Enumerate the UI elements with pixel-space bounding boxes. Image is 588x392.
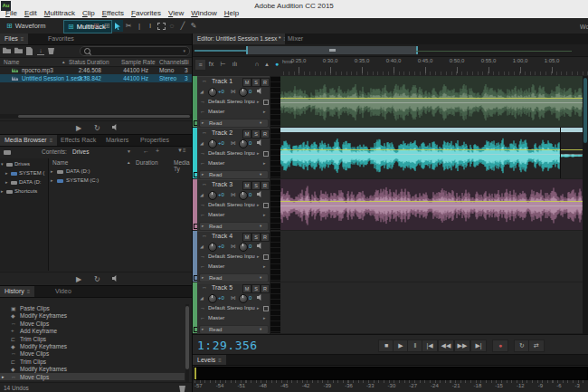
- column-header-name[interactable]: Name: [4, 59, 19, 65]
- io-icon[interactable]: [263, 254, 269, 260]
- track-input[interactable]: Default Stereo Input: [208, 150, 255, 156]
- history-item[interactable]: ↔Move Clips: [0, 349, 185, 357]
- razor-tool[interactable]: ✂: [123, 20, 134, 32]
- skip-to-start-button[interactable]: |◀: [422, 339, 438, 352]
- automation-mode-select[interactable]: ▸Read▾: [199, 273, 269, 282]
- record-arm-button[interactable]: R: [261, 233, 270, 242]
- expander-icon[interactable]: ▸: [1, 188, 4, 194]
- chevron-right-icon[interactable]: ▸: [263, 160, 266, 166]
- tab-media-browser[interactable]: Media Browser≡: [0, 135, 57, 146]
- add-shortcut-icon[interactable]: +: [156, 148, 159, 154]
- lasso-tool[interactable]: ◌: [166, 20, 177, 32]
- monitor-icon[interactable]: [257, 88, 263, 94]
- tree-item[interactable]: ▸Shortcuts: [0, 187, 48, 196]
- chevron-right-icon[interactable]: ▸: [257, 253, 260, 259]
- new-file-icon[interactable]: [26, 47, 33, 55]
- ibeam-tool[interactable]: I: [145, 20, 156, 32]
- timeline-ruler[interactable]: 0:25,00:30,00:35,00:40,00:45,00:50,00:55…: [193, 56, 588, 76]
- volume-envelope-line[interactable]: [280, 201, 583, 202]
- panel-menu-icon[interactable]: ≡: [218, 358, 222, 363]
- chevron-down-icon[interactable]: ▾: [260, 172, 261, 177]
- track-name[interactable]: Track 3: [212, 181, 232, 187]
- solo-button[interactable]: S: [251, 233, 261, 242]
- import-icon[interactable]: ↓: [37, 47, 44, 55]
- table-row[interactable]: Untitled Session 1.sesx *3:38.84244100 H…: [0, 74, 192, 82]
- open-file-icon[interactable]: [3, 47, 11, 53]
- contents-dropdown[interactable]: Drives: [72, 148, 89, 155]
- tab-editor-session[interactable]: Editor: Untitled Session 1.sesx *≡: [193, 33, 285, 44]
- back-icon[interactable]: ←: [143, 148, 149, 154]
- pan-envelope-line[interactable]: [280, 206, 583, 206]
- track-lane[interactable]: [280, 282, 583, 333]
- volume-knob[interactable]: [208, 294, 217, 303]
- nav-range-slider[interactable]: [246, 46, 418, 54]
- slip-tool[interactable]: ╱: [177, 20, 188, 32]
- list-item[interactable]: ▸DATA (D:): [49, 167, 192, 177]
- track-lane[interactable]: [280, 76, 583, 127]
- chevron-right-icon[interactable]: ▸: [263, 109, 266, 114]
- tab-properties[interactable]: Properties: [136, 135, 174, 146]
- record-arm-button[interactable]: R: [261, 181, 270, 190]
- menu-help[interactable]: Help: [221, 9, 242, 18]
- track-input[interactable]: Default Stereo Input: [208, 253, 255, 259]
- chevron-down-icon[interactable]: ▾: [260, 224, 261, 228]
- panel-menu-icon[interactable]: ≡: [27, 289, 31, 294]
- chevron-right-icon[interactable]: ▸: [263, 315, 266, 320]
- time-display[interactable]: 1:29.356: [197, 339, 258, 352]
- drive-icon[interactable]: [4, 150, 11, 155]
- pan-knob[interactable]: [239, 191, 248, 200]
- tab-markers[interactable]: Markers: [101, 135, 133, 146]
- track-name[interactable]: Track 1: [212, 78, 232, 84]
- track-input[interactable]: Default Stereo Input: [208, 202, 255, 207]
- menu-window[interactable]: Window: [187, 9, 220, 18]
- column-header-name[interactable]: Name: [52, 159, 68, 166]
- monitor-icon[interactable]: [257, 191, 263, 197]
- loop-icon[interactable]: ↻: [94, 124, 100, 132]
- expander-icon[interactable]: ▾: [1, 161, 4, 167]
- io-icon[interactable]: [263, 151, 269, 157]
- view-layout-b-icon[interactable]: ⊞: [101, 20, 112, 32]
- pan-envelope-line[interactable]: [280, 102, 583, 103]
- panel-menu-icon[interactable]: ≡: [50, 138, 53, 143]
- column-header-sample-rate[interactable]: Sample Rate: [121, 59, 156, 65]
- list-item[interactable]: ▸SYSTEM (C:): [49, 177, 192, 186]
- expander-icon[interactable]: ▸: [202, 275, 204, 280]
- automation-mode-select[interactable]: ▸Read▾: [199, 222, 269, 231]
- move-track-icon[interactable]: ↔: [202, 181, 207, 186]
- menu-effects[interactable]: Effects: [99, 9, 128, 18]
- files-hscrollbar[interactable]: [0, 114, 192, 119]
- solo-button[interactable]: S: [251, 129, 261, 139]
- tree-item[interactable]: ▾Drives: [0, 160, 48, 169]
- mute-button[interactable]: M: [242, 181, 251, 190]
- history-item[interactable]: ◆Modify Keyframes: [0, 311, 185, 319]
- tab-mixer[interactable]: Mixer: [283, 33, 308, 44]
- tracks-vscrollbar[interactable]: [583, 76, 588, 334]
- mute-button[interactable]: M: [242, 233, 251, 242]
- tab-favorites[interactable]: Favorites: [43, 33, 79, 44]
- play-icon[interactable]: ▶: [76, 275, 81, 283]
- io-icon[interactable]: [263, 306, 269, 311]
- monitor-icon[interactable]: [257, 243, 263, 249]
- track-name[interactable]: Track 2: [212, 129, 232, 136]
- tab-history[interactable]: History≡: [0, 286, 34, 297]
- pan-knob[interactable]: [239, 294, 248, 303]
- speaker-icon[interactable]: [112, 124, 119, 130]
- chevron-right-icon[interactable]: ▸: [257, 305, 260, 311]
- loop-icon[interactable]: ↻: [94, 275, 100, 283]
- chevron-down-icon[interactable]: ▼: [127, 148, 131, 154]
- history-item[interactable]: ↔Move Clips: [0, 320, 185, 327]
- move-tool[interactable]: [112, 20, 123, 32]
- mute-button[interactable]: M: [242, 78, 251, 87]
- io-icon[interactable]: [263, 203, 269, 208]
- trash-icon[interactable]: [179, 385, 185, 392]
- track-name[interactable]: Track 4: [212, 233, 232, 239]
- delete-icon[interactable]: [48, 47, 54, 54]
- table-row[interactable]: просто.mp32:46.50844100 HzMono3: [0, 66, 192, 74]
- menu-view[interactable]: View: [165, 9, 187, 18]
- track-output[interactable]: Master: [208, 263, 224, 269]
- track-input[interactable]: Default Stereo Input: [208, 99, 255, 104]
- volume-knob[interactable]: [208, 88, 217, 97]
- volume-knob[interactable]: [208, 139, 217, 148]
- chevron-down-icon[interactable]: ▾: [260, 120, 261, 125]
- waveform-view-button[interactable]: ⊞Waveform: [3, 20, 52, 32]
